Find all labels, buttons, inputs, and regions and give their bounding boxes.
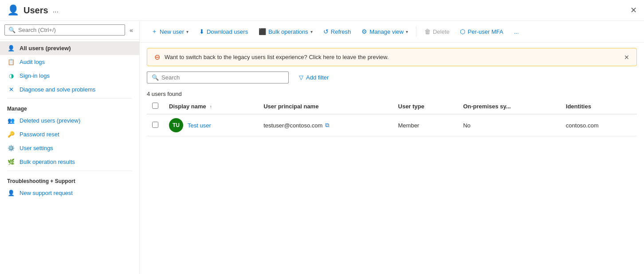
row-on-premises-cell: No bbox=[458, 114, 561, 136]
identities-label: Identities bbox=[566, 103, 591, 110]
header-display-name[interactable]: Display name ↑ bbox=[164, 99, 258, 114]
refresh-button[interactable]: ↺ Refresh bbox=[319, 26, 356, 37]
sidebar: 🔍 « 👤 All users (preview) 📋 Audit logs ◑… bbox=[0, 21, 140, 274]
password-reset-icon: 🔑 bbox=[7, 131, 15, 138]
delete-button[interactable]: 🗑 Delete bbox=[420, 26, 454, 37]
bulk-operations-button[interactable]: ⬛ Bulk operations ▾ bbox=[254, 26, 317, 37]
more-button[interactable]: ... bbox=[510, 26, 523, 37]
users-icon: 👤 bbox=[7, 4, 19, 16]
on-premises-value: No bbox=[463, 122, 471, 129]
toolbar: ＋ New user ▾ ⬇ Download users ⬛ Bulk ope… bbox=[140, 21, 644, 43]
manage-view-chevron: ▾ bbox=[406, 29, 408, 34]
sidebar-item-bulk-op-results[interactable]: 🌿 Bulk operation results bbox=[0, 155, 139, 169]
sidebar-item-label-password-reset: Password reset bbox=[20, 131, 59, 138]
banner-warning-icon: ⊖ bbox=[154, 53, 160, 61]
sidebar-search-box[interactable]: 🔍 bbox=[4, 24, 125, 36]
per-user-mfa-button[interactable]: ⬡ Per-user MFA bbox=[456, 26, 507, 37]
sidebar-collapse-button[interactable]: « bbox=[128, 25, 135, 36]
mfa-icon: ⬡ bbox=[460, 28, 465, 35]
sidebar-nav: 👤 All users (preview) 📋 Audit logs ◑ Sig… bbox=[0, 40, 139, 202]
add-filter-label: Add filter bbox=[306, 74, 329, 81]
new-user-label: New user bbox=[160, 28, 184, 35]
email-cell: testuser@contoso.com ⧉ bbox=[263, 122, 387, 129]
delete-icon: 🗑 bbox=[424, 28, 431, 35]
sidebar-item-label-new-support: New support request bbox=[20, 190, 73, 196]
copy-icon[interactable]: ⧉ bbox=[325, 122, 329, 129]
banner-text[interactable]: Want to switch back to the legacy users … bbox=[165, 54, 620, 60]
per-user-mfa-label: Per-user MFA bbox=[467, 28, 503, 35]
display-name-label: Display name bbox=[169, 103, 206, 110]
row-checkbox[interactable] bbox=[152, 122, 158, 128]
sidebar-item-user-settings[interactable]: ⚙️ User settings bbox=[0, 141, 139, 155]
table-area: Display name ↑ User principal name User … bbox=[140, 99, 644, 274]
plus-icon: ＋ bbox=[151, 28, 157, 36]
sidebar-item-label-audit-logs: Audit logs bbox=[20, 59, 45, 65]
sidebar-item-diagnose[interactable]: ✕ Diagnose and solve problems bbox=[0, 83, 139, 96]
avatar: TU bbox=[169, 118, 183, 132]
filter-area: 🔍 ▽ Add filter bbox=[140, 66, 644, 89]
row-upn-cell: testuser@contoso.com ⧉ bbox=[258, 114, 393, 136]
identities-value: contoso.com bbox=[566, 122, 599, 129]
filter-icon: ▽ bbox=[299, 74, 303, 81]
sidebar-item-label-sign-in-logs: Sign-in logs bbox=[20, 72, 50, 79]
bulk-operations-label: Bulk operations bbox=[268, 28, 308, 35]
more-icon: ... bbox=[514, 28, 519, 35]
download-users-button[interactable]: ⬇ Download users bbox=[195, 26, 252, 37]
new-user-button[interactable]: ＋ New user ▾ bbox=[147, 25, 193, 38]
sidebar-item-sign-in-logs[interactable]: ◑ Sign-in logs bbox=[0, 69, 139, 83]
sidebar-search-input[interactable] bbox=[18, 27, 121, 33]
search-input[interactable] bbox=[161, 74, 284, 81]
header-upn[interactable]: User principal name bbox=[258, 99, 393, 114]
sort-arrow-display-name: ↑ bbox=[209, 104, 212, 109]
title-ellipsis[interactable]: ... bbox=[53, 6, 59, 14]
search-box[interactable]: 🔍 bbox=[147, 71, 289, 83]
content-area: ＋ New user ▾ ⬇ Download users ⬛ Bulk ope… bbox=[140, 21, 644, 274]
row-user-type-cell: Member bbox=[393, 114, 458, 136]
sidebar-item-new-support[interactable]: 👤 New support request bbox=[0, 186, 139, 200]
header-user-type[interactable]: User type bbox=[393, 99, 458, 114]
download-icon: ⬇ bbox=[199, 28, 204, 35]
upn-value: testuser@contoso.com bbox=[263, 122, 322, 129]
all-users-icon: 👤 bbox=[7, 45, 15, 52]
sidebar-item-password-reset[interactable]: 🔑 Password reset bbox=[0, 127, 139, 141]
row-checkbox-cell bbox=[147, 114, 164, 136]
top-bar: 👤 Users ... ✕ bbox=[0, 0, 644, 21]
new-support-icon: 👤 bbox=[7, 190, 15, 196]
sidebar-search-area: 🔍 « bbox=[0, 21, 139, 40]
main-layout: 🔍 « 👤 All users (preview) 📋 Audit logs ◑… bbox=[0, 21, 644, 274]
bulk-op-results-icon: 🌿 bbox=[7, 159, 15, 165]
add-filter-button[interactable]: ▽ Add filter bbox=[293, 71, 334, 83]
manage-view-button[interactable]: ⚙ Manage view ▾ bbox=[357, 26, 412, 37]
bulk-ops-icon: ⬛ bbox=[259, 28, 266, 35]
user-link[interactable]: Test user bbox=[188, 122, 211, 129]
delete-label: Delete bbox=[433, 28, 450, 35]
sidebar-item-label-user-settings: User settings bbox=[20, 145, 53, 151]
sidebar-item-deleted-users[interactable]: 👥 Deleted users (preview) bbox=[0, 114, 139, 127]
sidebar-item-all-users[interactable]: 👤 All users (preview) bbox=[0, 41, 139, 55]
title-area: 👤 Users ... bbox=[7, 4, 630, 16]
user-cell: TU Test user bbox=[169, 118, 253, 132]
close-button[interactable]: ✕ bbox=[630, 5, 637, 15]
header-identities[interactable]: Identities bbox=[561, 99, 637, 114]
refresh-label: Refresh bbox=[331, 28, 351, 35]
header-checkbox-col bbox=[147, 99, 164, 114]
sidebar-item-label-all-users: All users (preview) bbox=[20, 45, 71, 52]
banner-close-button[interactable]: ✕ bbox=[624, 54, 629, 61]
user-type-label: User type bbox=[398, 103, 424, 110]
sign-in-logs-icon: ◑ bbox=[7, 72, 15, 79]
manage-divider bbox=[7, 98, 132, 99]
manage-section-label: Manage bbox=[0, 100, 139, 114]
select-all-checkbox[interactable] bbox=[152, 103, 158, 109]
download-users-label: Download users bbox=[207, 28, 248, 35]
sidebar-item-audit-logs[interactable]: 📋 Audit logs bbox=[0, 55, 139, 69]
table-header-row: Display name ↑ User principal name User … bbox=[147, 99, 637, 114]
user-type-value: Member bbox=[398, 122, 420, 129]
manage-view-icon: ⚙ bbox=[361, 28, 367, 35]
table-body: TU Test user testuser@contoso.com ⧉ Memb… bbox=[147, 114, 637, 136]
header-on-premises[interactable]: On-premises sy... bbox=[458, 99, 561, 114]
search-icon: 🔍 bbox=[8, 27, 16, 33]
page-title: Users bbox=[24, 5, 48, 16]
users-table: Display name ↑ User principal name User … bbox=[147, 99, 637, 136]
sidebar-item-label-deleted-users: Deleted users (preview) bbox=[20, 117, 80, 124]
toolbar-divider bbox=[416, 26, 416, 37]
